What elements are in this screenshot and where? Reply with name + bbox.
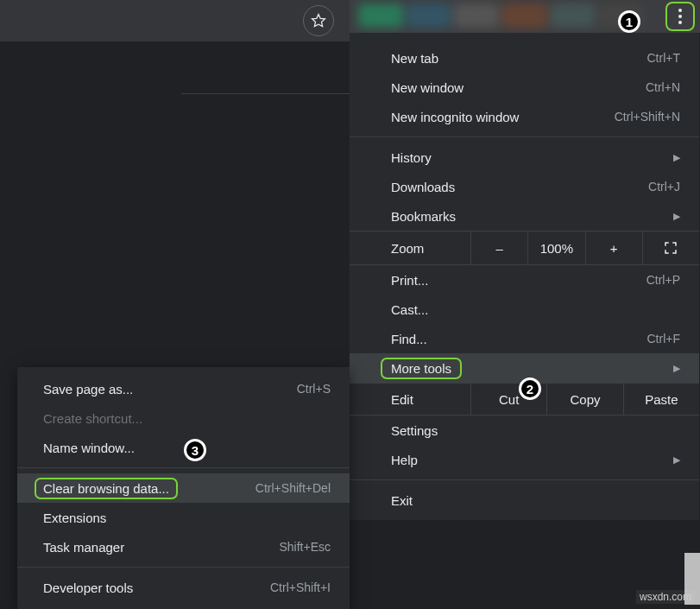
menu-shortcut: Shift+Esc bbox=[279, 540, 331, 554]
edit-copy-button[interactable]: Copy bbox=[546, 384, 622, 415]
menu-find[interactable]: Find... Ctrl+F bbox=[350, 324, 699, 353]
menu-label: Find... bbox=[391, 332, 647, 346]
edit-label: Edit bbox=[350, 392, 470, 407]
kebab-icon bbox=[678, 9, 682, 24]
menu-label: Create shortcut... bbox=[43, 411, 331, 426]
separator bbox=[350, 136, 699, 137]
menu-label: Downloads bbox=[391, 180, 648, 194]
menu-label: Task manager bbox=[43, 540, 279, 555]
fullscreen-icon bbox=[663, 240, 678, 256]
separator bbox=[17, 567, 350, 568]
menu-shortcut: Ctrl+P bbox=[646, 273, 680, 287]
star-icon bbox=[310, 12, 327, 29]
menu-label: Save page as... bbox=[43, 382, 297, 396]
submenu-create-shortcut[interactable]: Create shortcut... bbox=[17, 403, 350, 433]
menu-cast[interactable]: Cast... bbox=[350, 295, 699, 324]
menu-shortcut: Ctrl+S bbox=[297, 382, 331, 396]
menu-label: Exit bbox=[391, 493, 680, 508]
menu-downloads[interactable]: Downloads Ctrl+J bbox=[350, 172, 699, 201]
menu-exit[interactable]: Exit bbox=[350, 485, 699, 515]
divider bbox=[181, 93, 350, 94]
bookmark-star-button[interactable] bbox=[303, 5, 334, 36]
fullscreen-button[interactable] bbox=[642, 232, 699, 264]
menu-label: Help bbox=[391, 453, 673, 467]
submenu-clear-browsing-data[interactable]: Clear browsing data... Ctrl+Shift+Del bbox=[17, 473, 350, 503]
menu-shortcut: Ctrl+N bbox=[646, 80, 680, 94]
menu-help[interactable]: Help ▶ bbox=[350, 445, 699, 474]
extension-icons-blurred bbox=[358, 3, 643, 28]
submenu-developer-tools[interactable]: Developer tools Ctrl+Shift+I bbox=[17, 573, 350, 602]
chevron-right-icon: ▶ bbox=[673, 363, 680, 374]
menu-bookmarks[interactable]: Bookmarks ▶ bbox=[350, 201, 699, 231]
zoom-in-button[interactable]: + bbox=[585, 232, 642, 264]
menu-history[interactable]: History ▶ bbox=[350, 143, 699, 172]
separator bbox=[17, 467, 350, 468]
menu-print[interactable]: Print... Ctrl+P bbox=[350, 265, 699, 295]
zoom-out-button[interactable]: – bbox=[470, 232, 527, 264]
annotation-badge-2: 2 bbox=[519, 377, 541, 400]
menu-label: Extensions bbox=[43, 511, 331, 525]
chevron-right-icon: ▶ bbox=[673, 152, 680, 163]
highlight-box: Clear browsing data... bbox=[35, 478, 178, 499]
menu-shortcut: Ctrl+Shift+N bbox=[615, 110, 680, 124]
menu-zoom-row: Zoom – 100% + bbox=[350, 231, 699, 265]
menu-label: Developer tools bbox=[43, 580, 270, 595]
address-bar-area bbox=[0, 0, 350, 41]
menu-label: Clear browsing data... bbox=[43, 481, 255, 496]
chevron-right-icon: ▶ bbox=[673, 211, 680, 222]
menu-shortcut: Ctrl+T bbox=[647, 51, 681, 65]
menu-label: New incognito window bbox=[391, 110, 615, 124]
annotation-badge-1: 1 bbox=[618, 10, 640, 33]
submenu-task-manager[interactable]: Task manager Shift+Esc bbox=[17, 532, 350, 561]
highlight-box: More tools bbox=[381, 358, 462, 379]
main-menu: New tab Ctrl+T New window Ctrl+N New inc… bbox=[350, 33, 699, 520]
menu-label: History bbox=[391, 150, 673, 165]
zoom-label: Zoom bbox=[350, 241, 470, 256]
kebab-menu-button[interactable] bbox=[665, 2, 695, 31]
submenu-save-page[interactable]: Save page as... Ctrl+S bbox=[17, 374, 350, 403]
menu-label: Settings bbox=[391, 423, 680, 438]
menu-shortcut: Ctrl+F bbox=[647, 332, 681, 346]
menu-incognito[interactable]: New incognito window Ctrl+Shift+N bbox=[350, 102, 699, 131]
menu-shortcut: Ctrl+J bbox=[648, 180, 680, 193]
menu-label: New window bbox=[391, 80, 646, 95]
watermark: wsxdn.com bbox=[636, 590, 695, 604]
menu-label: More tools bbox=[391, 361, 673, 376]
menu-shortcut: Ctrl+Shift+Del bbox=[255, 481, 331, 495]
menu-label: Bookmarks bbox=[391, 209, 673, 224]
menu-new-tab[interactable]: New tab Ctrl+T bbox=[350, 43, 699, 73]
edit-paste-button[interactable]: Paste bbox=[623, 384, 699, 415]
more-tools-submenu: Save page as... Ctrl+S Create shortcut..… bbox=[17, 367, 350, 609]
zoom-value: 100% bbox=[527, 232, 584, 264]
chevron-right-icon: ▶ bbox=[673, 454, 680, 466]
menu-label: New tab bbox=[391, 51, 647, 66]
menu-label: Cast... bbox=[391, 302, 680, 317]
separator bbox=[350, 479, 699, 480]
annotation-badge-3: 3 bbox=[184, 439, 206, 461]
submenu-extensions[interactable]: Extensions bbox=[17, 503, 350, 532]
menu-new-window[interactable]: New window Ctrl+N bbox=[350, 73, 699, 102]
toolbar-strip bbox=[350, 0, 700, 33]
menu-label: Print... bbox=[391, 273, 646, 288]
menu-settings[interactable]: Settings bbox=[350, 416, 699, 445]
menu-shortcut: Ctrl+Shift+I bbox=[270, 580, 331, 594]
